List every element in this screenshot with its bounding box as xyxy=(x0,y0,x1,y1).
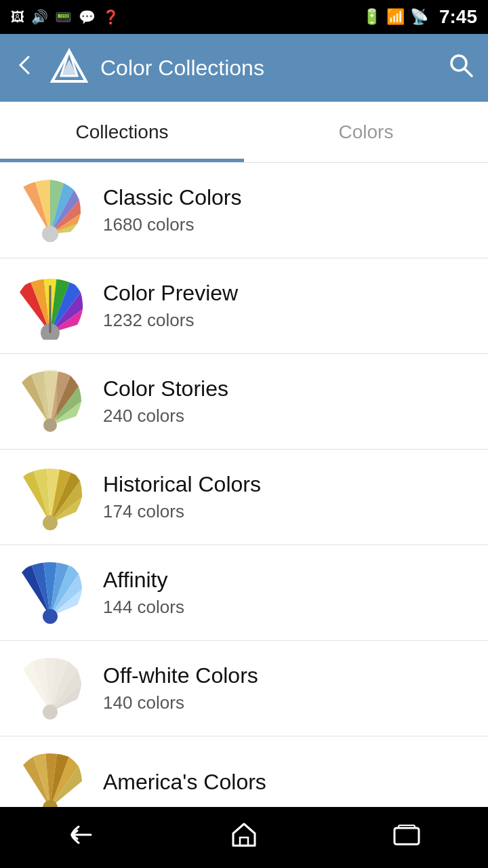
clock: 7:45 xyxy=(439,6,477,28)
svg-line-4 xyxy=(464,68,472,76)
status-bar: 🖼 🔊 📟 💬 ❓ 🔋 📶 📡 7:45 xyxy=(0,0,488,34)
item-text: America's Colors xyxy=(103,770,472,799)
item-title: Historical Colors xyxy=(103,472,472,497)
app-bar: Color Collections xyxy=(0,34,488,102)
back-button[interactable] xyxy=(14,53,38,83)
item-thumbnail xyxy=(16,654,84,722)
bottom-nav xyxy=(0,807,488,868)
list-item[interactable]: Color Preview 1232 colors xyxy=(0,258,488,354)
item-subtitle: 174 colors xyxy=(103,501,472,522)
list-item[interactable]: Classic Colors 1680 colors xyxy=(0,163,488,258)
list-item[interactable]: America's Colors xyxy=(0,736,488,807)
item-thumbnail xyxy=(16,368,84,435)
item-subtitle: 140 colors xyxy=(103,692,472,713)
item-thumbnail xyxy=(16,463,84,531)
item-title: Color Preview xyxy=(103,281,472,306)
item-title: Classic Colors xyxy=(103,185,472,210)
list-item[interactable]: Historical Colors 174 colors xyxy=(0,450,488,545)
item-subtitle: 1680 colors xyxy=(103,214,472,235)
item-text: Classic Colors 1680 colors xyxy=(103,185,472,235)
item-text: Color Preview 1232 colors xyxy=(103,281,472,331)
item-thumbnail xyxy=(16,750,84,807)
item-subtitle: 1232 colors xyxy=(103,310,472,331)
list-item[interactable]: Off-white Colors 140 colors xyxy=(0,641,488,736)
item-text: Color Stories 240 colors xyxy=(103,376,472,427)
svg-rect-23 xyxy=(399,825,415,828)
app-title: Color Collections xyxy=(100,56,447,81)
item-thumbnail xyxy=(16,272,84,340)
home-nav-button[interactable] xyxy=(207,812,281,864)
item-text: Off-white Colors 140 colors xyxy=(103,663,472,713)
item-text: Historical Colors 174 colors xyxy=(103,472,472,522)
item-title: Affinity xyxy=(103,568,472,593)
app-logo xyxy=(49,47,89,88)
item-thumbnail xyxy=(16,559,84,627)
item-subtitle: 144 colors xyxy=(103,597,472,618)
collections-list: Classic Colors 1680 colors xyxy=(0,163,488,807)
svg-rect-21 xyxy=(240,837,248,846)
item-thumbnail xyxy=(16,176,84,244)
item-title: America's Colors xyxy=(103,770,472,795)
tab-collections[interactable]: Collections xyxy=(0,102,244,162)
svg-point-16 xyxy=(43,609,58,624)
chat-icon: 💬 xyxy=(79,9,96,25)
back-nav-button[interactable] xyxy=(45,812,118,864)
svg-point-12 xyxy=(43,418,57,432)
tab-bar: Collections Colors xyxy=(0,102,488,163)
svg-rect-22 xyxy=(394,828,419,844)
voicemail-icon: 📟 xyxy=(55,9,72,25)
svg-point-14 xyxy=(43,515,58,530)
svg-point-18 xyxy=(43,705,58,719)
item-title: Off-white Colors xyxy=(103,663,472,688)
item-title: Color Stories xyxy=(103,376,472,401)
svg-rect-11 xyxy=(43,370,57,426)
item-text: Affinity 144 colors xyxy=(103,568,472,618)
volume-icon: 🔊 xyxy=(31,9,48,25)
status-icons-right: 🔋 📶 📡 7:45 xyxy=(363,6,477,28)
status-icons-left: 🖼 🔊 📟 💬 ❓ xyxy=(11,9,119,25)
tab-colors[interactable]: Colors xyxy=(244,102,488,162)
image-icon: 🖼 xyxy=(11,9,24,25)
list-item[interactable]: Color Stories 240 colors xyxy=(0,354,488,450)
wifi-icon: 📶 xyxy=(386,8,405,26)
search-button[interactable] xyxy=(447,52,474,85)
help-icon: ❓ xyxy=(102,9,119,25)
item-subtitle: 240 colors xyxy=(103,406,472,427)
signal-icon: 📡 xyxy=(410,8,428,26)
recents-nav-button[interactable] xyxy=(370,812,443,864)
svg-point-6 xyxy=(42,226,58,242)
battery-icon: 🔋 xyxy=(363,8,381,26)
list-item[interactable]: Affinity 144 colors xyxy=(0,545,488,641)
